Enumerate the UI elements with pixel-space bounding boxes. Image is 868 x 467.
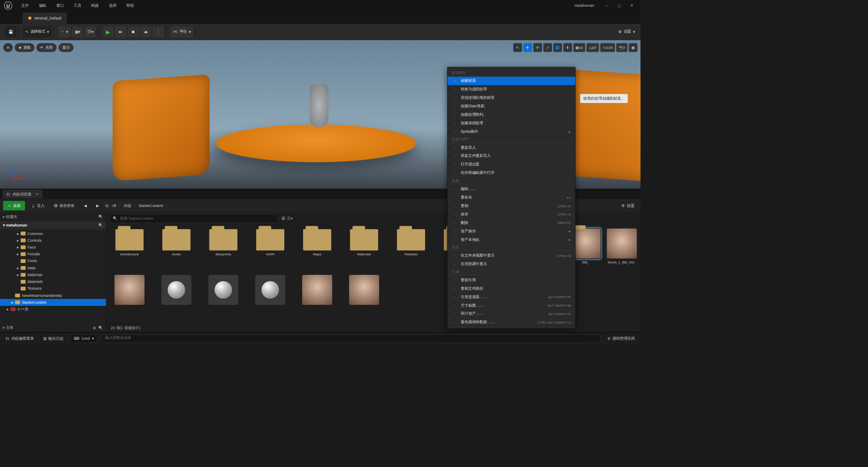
add-button[interactable]: ＋添加 [3,201,25,210]
bc-starter[interactable]: StarterContent [137,204,164,208]
ctx-item[interactable]: ◦编辑…… [448,185,575,193]
tree-item-common[interactable]: ▸Common [0,230,106,237]
cinematics-button[interactable]: 🎬▾ [84,26,96,38]
ctx-item[interactable]: ◦尺寸贴图……ALT+SHIFT+M [448,301,575,310]
asset-texture-1[interactable] [111,275,148,305]
source-control[interactable]: ⊘源码管理关闭 [605,336,637,341]
asset-thumb-410[interactable]: thumb_1_300_410_ [606,229,637,264]
viewport-show[interactable]: 显示 [58,43,73,52]
folder-blueprints[interactable]: Blueprints [205,229,242,256]
scale-snap[interactable]: ⤡ 0.25 [601,43,615,52]
asset-texture-2[interactable] [298,275,336,305]
camera-speed[interactable]: 📷 2 [616,43,628,52]
surface-snap[interactable]: ⬇ [563,43,572,52]
ctx-item[interactable]: ◦资产本地化▸ [448,235,575,244]
content-drawer-button[interactable]: 🗀内容侧滑菜单 [3,336,36,341]
viewport-perspective[interactable]: ◈透视 [15,43,34,52]
bc-content[interactable]: 内容 [122,203,133,209]
output-log-button[interactable]: ▤输出日志 [41,336,66,341]
ctx-item[interactable]: ◦用新文件重新导入 [448,152,575,160]
cb-settings[interactable]: ⚙设置 [618,203,637,209]
asset-texture-3[interactable] [345,275,383,305]
ctx-item[interactable]: ◦删除DELETE [448,218,575,227]
rotate-tool[interactable]: ⟳ [533,43,542,52]
ctx-item[interactable]: ◦引用查看器……ALT+SHIFT+R [448,293,575,301]
play-button[interactable]: ▶ [103,26,114,38]
window-maximize[interactable]: ▢ [613,1,626,10]
tree-item-controls[interactable]: ▸Controls [0,237,106,244]
folder-architecture[interactable]: Architecture [111,229,148,256]
ctx-item[interactable]: ◦审计资产……ALT+SHIFT+A [448,310,575,318]
search-icon[interactable]: 🔍 [98,223,103,227]
folder-materials[interactable]: Materials [345,229,383,256]
world-local-toggle[interactable]: 🌐 [553,43,562,52]
menu-help[interactable]: 帮助 [121,0,139,11]
add-collection[interactable]: ⊕ [93,325,96,330]
tree-item-fonts[interactable]: ▸Fonts [0,257,106,264]
save-filter[interactable]: 🖫 [281,216,285,221]
ctx-item[interactable]: ◦创建材质 [448,77,575,85]
ctx-item[interactable]: ◦在外部编辑器中打开 [448,169,575,177]
add-content-button[interactable]: ＋▾ [58,26,71,38]
scale-tool[interactable]: ⤢ [543,43,552,52]
save-button[interactable]: 💾 [5,26,17,38]
select-tool[interactable]: ↖ [513,43,522,52]
viewport-menu[interactable]: ≡ [3,43,13,52]
menu-edit[interactable]: 编辑 [34,0,51,11]
collections-section[interactable]: ▸ 合集 ⊕ 🔍 [0,323,106,332]
folder-hdri[interactable]: HDRI [251,229,289,256]
asset-material-3[interactable] [251,275,289,305]
search-icon[interactable]: 🔍 [98,215,103,219]
window-minimize[interactable]: — [601,1,613,10]
filter-button[interactable]: ☰▾ [287,216,292,221]
settings-button[interactable]: ⚙ 设置 ▾ [616,26,637,38]
ctx-item[interactable]: ◦创建Slate笔刷 [448,102,575,111]
menu-window[interactable]: 窗口 [51,0,69,11]
level-tab[interactable]: ⬣ Minimal_Default [22,13,67,24]
ctx-item[interactable]: ◦资产操作▸ [448,227,575,235]
ctx-item[interactable]: ◦创建体积纹理 [448,119,575,127]
menu-tools[interactable]: 工具 [69,0,86,11]
play-options[interactable]: ⋮ [153,26,164,38]
asset-material-2[interactable] [205,275,242,305]
asset-material-1[interactable] [158,275,195,305]
ctx-item[interactable]: ◦打开源位置 [448,160,575,169]
ctx-item[interactable]: ◦转换为虚拟纹理 [448,85,575,94]
cmd-dropdown[interactable]: ⌨Cmd▾ [70,335,97,343]
tree-item-cpp[interactable]: ▸C++类 [0,306,106,313]
favorites-section[interactable]: ▸ 收藏夹 🔍 [0,212,106,221]
grid-snap[interactable]: ▦ 10 [573,43,585,52]
folder-particles[interactable]: Particles [392,229,430,256]
bc-all[interactable]: All [111,204,117,208]
stop-button[interactable]: ⏹ [128,26,139,38]
ctx-item[interactable]: ◦在文件夹视图中显示CTRL+B [448,252,575,260]
close-tab[interactable]: ✕ [36,192,39,196]
history-back[interactable]: ◀ [81,201,89,210]
tree-item-textures[interactable]: ▸Textures [0,285,106,292]
ctx-item[interactable]: ◦着色器烘焙数据……CTRL+ALT+SHIFT+S [448,318,575,327]
import-button[interactable]: ⭳导入 [28,201,47,210]
ctx-item[interactable]: ◦保存CTRL+S [448,210,575,218]
platform-button[interactable]: 🎮 平台 ▾ [170,26,193,38]
viewport-maximize[interactable]: ▦ [629,43,637,52]
project-root[interactable]: ▾ metahuman 🔍 [0,221,106,229]
content-browser-tab[interactable]: 🗀 内容浏览器 ✕ [3,190,42,199]
tree-item-malehair[interactable]: ▸MaleHair [0,271,106,278]
ctx-item[interactable]: ◦在浏览器中显示 [448,260,575,268]
folder-audio[interactable]: Audio [158,229,195,256]
ctx-item[interactable]: ◦复制文件路径 [448,284,575,293]
tree-item-male[interactable]: ▸Male [0,265,106,271]
ctx-item[interactable]: ◦重命名F2 [448,193,575,201]
folder-maps[interactable]: Maps [298,229,336,256]
ctx-item[interactable]: ◦Sprite操作▸ [448,127,575,136]
mode-select[interactable]: ↖ 选择模式 ▾ [23,26,52,38]
console-input[interactable]: 输入控制台命令 [102,335,601,343]
history-fwd[interactable]: ▶ [93,201,102,210]
ctx-item[interactable]: ◦复制CTRL+D [448,201,575,210]
tree-item-materials[interactable]: ▸Materials [0,278,106,285]
search-input[interactable]: 🔍 搜索 StarterContent [109,214,278,223]
ctx-item[interactable]: ◦创建纹理阵列。 [448,111,575,119]
menu-file[interactable]: 文件 [16,0,33,11]
tree-item-newmetahuman[interactable]: ▸NewMetaHumanIdentity [0,292,106,299]
ctx-item[interactable]: ◦复制引用 [448,276,575,284]
